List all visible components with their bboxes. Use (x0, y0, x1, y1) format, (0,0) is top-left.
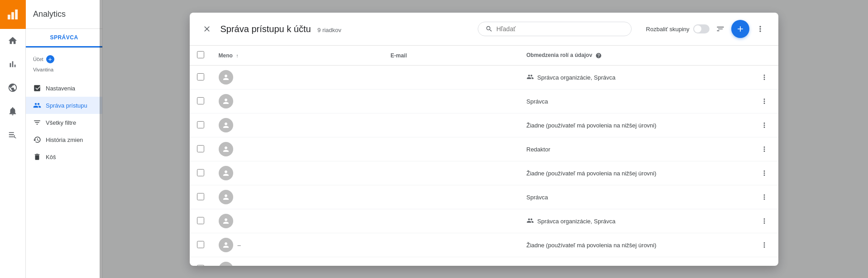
tab-spravca[interactable]: SPRÁVCA (26, 29, 102, 47)
row-actions-cell[interactable] (750, 161, 778, 185)
rozbalit-label: Rozbaliť skupiny (646, 26, 690, 33)
select-all-header[interactable] (190, 46, 211, 66)
email-cell (384, 90, 519, 113)
email-cell (384, 257, 519, 266)
row-actions-cell[interactable] (750, 209, 778, 233)
more-options-button[interactable] (753, 22, 767, 36)
row-actions-cell[interactable] (750, 113, 778, 137)
close-button[interactable] (201, 23, 213, 35)
account-name: Vivantina (26, 65, 102, 74)
row-more-button[interactable] (758, 238, 771, 252)
table-row: Redaktor (190, 137, 778, 161)
svg-rect-0 (8, 15, 10, 20)
row-checkbox[interactable] (197, 97, 204, 104)
row-actions-cell[interactable] (750, 90, 778, 113)
obmedzenia-column-header: Obmedzenia rolí a údajov (519, 46, 750, 66)
row-checkbox[interactable] (197, 73, 204, 80)
row-checkbox-cell[interactable] (190, 233, 211, 257)
row-checkbox-cell[interactable] (190, 209, 211, 233)
name-cell (211, 66, 384, 90)
row-checkbox-cell[interactable] (190, 161, 211, 185)
row-actions-header (750, 46, 778, 66)
table-row: Žiadne (používateľ má povolenia na nižše… (190, 113, 778, 137)
sidebar-item-explore[interactable] (0, 76, 26, 99)
users-table: Meno ↑ E-mail Obmedzenia rolí a údajov (190, 46, 778, 266)
role-text: Žiadne (používateľ má povolenia na nižše… (527, 242, 657, 249)
search-input[interactable] (496, 25, 623, 33)
add-user-button[interactable] (731, 20, 749, 38)
row-actions-cell[interactable] (750, 185, 778, 209)
row-actions-cell[interactable] (750, 233, 778, 257)
sidebar (0, 0, 26, 278)
row-checkbox-cell[interactable] (190, 185, 211, 209)
row-checkbox[interactable] (197, 169, 204, 176)
email-cell (384, 161, 519, 185)
analytics-header: Analytics (26, 0, 102, 29)
email-cell (384, 113, 519, 137)
row-checkbox[interactable] (197, 217, 204, 224)
role-text: Správca (527, 194, 548, 201)
sidebar-item-nastavenia[interactable]: Nastavenia (26, 80, 102, 97)
dialog-title-area: Správa prístupu k účtu 9 riadkov (221, 24, 470, 34)
role-cell: Žiadne (používateľ má povolenia na nižše… (519, 233, 750, 257)
row-more-button[interactable] (758, 166, 771, 180)
row-checkbox[interactable] (197, 145, 204, 152)
email-cell (384, 209, 519, 233)
sidebar-item-home[interactable] (0, 29, 26, 52)
rozbalit-toggle[interactable] (693, 24, 710, 33)
row-checkbox-cell[interactable] (190, 90, 211, 113)
role-text: Správca (527, 98, 548, 105)
row-checkbox[interactable] (197, 241, 204, 248)
sidebar-item-reports[interactable] (0, 52, 26, 76)
sidebar-item-vsetky[interactable]: Všetky filtre (26, 114, 102, 131)
name-cell: – (211, 233, 384, 257)
filter-button[interactable] (713, 22, 728, 36)
select-all-checkbox[interactable] (197, 51, 204, 58)
role-cell: Správca organizácie, Správca (519, 209, 750, 233)
role-text: Žiadne (používateľ má povolenia na nižše… (527, 170, 657, 177)
sidebar-item-sprava[interactable]: Správa prístupu (26, 97, 102, 114)
row-checkbox-cell[interactable] (190, 66, 211, 90)
avatar (219, 94, 233, 108)
avatar (219, 214, 233, 228)
meno-column-header[interactable]: Meno ↑ (211, 46, 384, 66)
name-cell (211, 209, 384, 233)
row-checkbox[interactable] (197, 121, 204, 128)
row-actions-cell[interactable] (750, 66, 778, 90)
name-cell (211, 113, 384, 137)
role-cell: Správca organizácie, Správca (519, 66, 750, 90)
row-checkbox-cell[interactable] (190, 137, 211, 161)
row-checkbox[interactable] (197, 193, 204, 200)
access-management-dialog: Správa prístupu k účtu 9 riadkov Rozbali… (190, 13, 778, 266)
avatar (219, 70, 233, 85)
row-more-button[interactable] (758, 262, 771, 266)
row-more-button[interactable] (758, 94, 771, 108)
sidebar-item-notes[interactable] (0, 123, 26, 146)
vsetky-label: Všetky filtre (46, 119, 76, 126)
row-checkbox-cell[interactable] (190, 113, 211, 137)
group-icon (527, 217, 534, 226)
row-actions-cell[interactable] (750, 137, 778, 161)
row-actions-cell[interactable] (750, 257, 778, 266)
role-cell: Žiadne (používateľ má povolenia na nižše… (519, 257, 750, 266)
row-more-button[interactable] (758, 71, 771, 84)
search-icon (485, 25, 493, 33)
add-account-button[interactable]: + (46, 55, 54, 63)
sidebar-item-historia[interactable]: História zmien (26, 131, 102, 148)
users-table-container: Meno ↑ E-mail Obmedzenia rolí a údajov (190, 46, 778, 266)
sidebar-logo[interactable] (0, 0, 26, 29)
row-checkbox-cell[interactable] (190, 257, 211, 266)
row-more-button[interactable] (758, 214, 771, 228)
sidebar-item-kos[interactable]: Kôš (26, 148, 102, 165)
row-more-button[interactable] (758, 190, 771, 204)
analytics-title: Analytics (33, 9, 66, 19)
email-cell (384, 185, 519, 209)
name-cell (211, 161, 384, 185)
role-cell: Redaktor (519, 137, 750, 161)
sidebar-item-alerts[interactable] (0, 99, 26, 123)
row-more-button[interactable] (758, 118, 771, 132)
table-row: Správca organizácie, Správca (190, 66, 778, 90)
dialog-search-box[interactable] (478, 22, 632, 36)
row-checkbox[interactable] (197, 265, 204, 266)
row-more-button[interactable] (758, 142, 771, 156)
